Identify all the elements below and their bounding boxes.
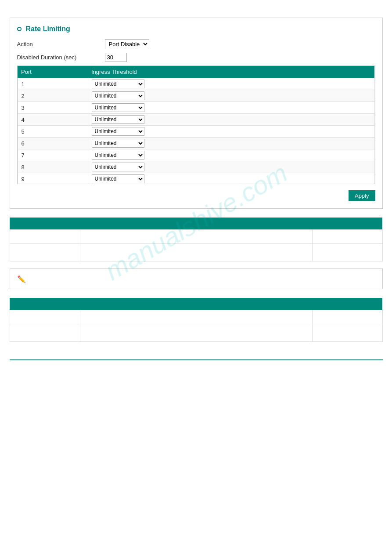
sec-table-1-col1 xyxy=(10,218,80,230)
threshold-select-port-9[interactable]: Unlimited512 kbps1 Mbps2 Mbps4 Mbps8 Mbp… xyxy=(92,174,144,183)
apply-button[interactable]: Apply xyxy=(349,190,375,201)
table-row xyxy=(10,310,382,324)
sec-table-1-col3 xyxy=(312,218,382,230)
port-cell-3: 3 xyxy=(18,102,88,114)
sec-t1-r1-c2 xyxy=(80,230,312,244)
bottom-line xyxy=(10,359,383,360)
port-cell-7: 7 xyxy=(18,149,88,161)
col-port-header: Port xyxy=(18,66,88,78)
port-cell-8: 8 xyxy=(18,161,88,173)
sec-table-2-col1 xyxy=(10,298,80,310)
table-row xyxy=(10,324,382,342)
threshold-cell-3: Unlimited512 kbps1 Mbps2 Mbps4 Mbps8 Mbp… xyxy=(88,102,374,114)
threshold-select-port-1[interactable]: Unlimited512 kbps1 Mbps2 Mbps4 Mbps8 Mbp… xyxy=(92,80,144,88)
port-cell-6: 6 xyxy=(18,138,88,149)
table-row xyxy=(10,244,382,261)
note-box: ✏️ xyxy=(10,268,383,289)
sec-t2-r1-c3 xyxy=(312,310,382,324)
sec-t2-r2-c3 xyxy=(312,324,382,342)
note-text xyxy=(30,274,32,281)
port-cell-1: 1 xyxy=(18,78,88,90)
threshold-select-port-4[interactable]: Unlimited512 kbps1 Mbps2 Mbps4 Mbps8 Mbp… xyxy=(92,115,144,124)
port-cell-2: 2 xyxy=(18,90,88,102)
sec-t1-r2-c1 xyxy=(10,244,80,261)
panel-title: Rate Limiting xyxy=(17,25,375,33)
panel-title-text: Rate Limiting xyxy=(26,25,70,33)
duration-row: Disabled Duration (sec) xyxy=(17,53,375,62)
col-ingress-header: Ingress Threshold xyxy=(88,66,374,78)
threshold-select-port-6[interactable]: Unlimited512 kbps1 Mbps2 Mbps4 Mbps8 Mbp… xyxy=(92,139,144,148)
sec-table-2-header-row xyxy=(10,298,382,310)
threshold-select-port-3[interactable]: Unlimited512 kbps1 Mbps2 Mbps4 Mbps8 Mbp… xyxy=(92,103,144,112)
sec-table-2-col2 xyxy=(80,298,312,310)
action-row: Action Port Disable Drop xyxy=(17,39,375,49)
table-row: 9Unlimited512 kbps1 Mbps2 Mbps4 Mbps8 Mb… xyxy=(18,173,374,185)
table-row: 2Unlimited512 kbps1 Mbps2 Mbps4 Mbps8 Mb… xyxy=(18,90,374,102)
threshold-select-port-7[interactable]: Unlimited512 kbps1 Mbps2 Mbps4 Mbps8 Mbp… xyxy=(92,151,144,160)
port-cell-9: 9 xyxy=(18,173,88,185)
table-scroll-wrapper: Port Ingress Threshold 1Unlimited512 kbp… xyxy=(17,65,375,184)
secondary-table-2-wrapper xyxy=(10,298,383,342)
apply-row: Apply xyxy=(17,189,375,201)
duration-label: Disabled Duration (sec) xyxy=(17,54,105,61)
rate-limiting-panel: Rate Limiting Action Port Disable Drop D… xyxy=(10,18,383,209)
port-cell-5: 5 xyxy=(18,126,88,138)
secondary-table-1-wrapper xyxy=(10,218,383,261)
action-label: Action xyxy=(17,41,105,47)
threshold-cell-7: Unlimited512 kbps1 Mbps2 Mbps4 Mbps8 Mbp… xyxy=(88,149,374,161)
threshold-cell-1: Unlimited512 kbps1 Mbps2 Mbps4 Mbps8 Mbp… xyxy=(88,78,374,90)
action-select[interactable]: Port Disable Drop xyxy=(105,39,149,49)
sec-t1-r1-c1 xyxy=(10,230,80,244)
threshold-select-port-5[interactable]: Unlimited512 kbps1 Mbps2 Mbps4 Mbps8 Mbp… xyxy=(92,127,144,136)
sec-table-1-header-row xyxy=(10,218,382,230)
table-row: 5Unlimited512 kbps1 Mbps2 Mbps4 Mbps8 Mb… xyxy=(18,126,374,138)
title-dots-icon xyxy=(17,27,22,31)
duration-input[interactable] xyxy=(105,53,127,62)
threshold-select-port-2[interactable]: Unlimited512 kbps1 Mbps2 Mbps4 Mbps8 Mbp… xyxy=(92,91,144,100)
threshold-cell-8: Unlimited512 kbps1 Mbps2 Mbps4 Mbps8 Mbp… xyxy=(88,161,374,173)
sec-t2-r1-c1 xyxy=(10,310,80,324)
table-row: 1Unlimited512 kbps1 Mbps2 Mbps4 Mbps8 Mb… xyxy=(18,78,374,90)
threshold-cell-4: Unlimited512 kbps1 Mbps2 Mbps4 Mbps8 Mbp… xyxy=(88,114,374,126)
threshold-cell-6: Unlimited512 kbps1 Mbps2 Mbps4 Mbps8 Mbp… xyxy=(88,138,374,149)
table-row: 7Unlimited512 kbps1 Mbps2 Mbps4 Mbps8 Mb… xyxy=(18,149,374,161)
port-table-body: 1Unlimited512 kbps1 Mbps2 Mbps4 Mbps8 Mb… xyxy=(18,78,374,185)
table-row: 8Unlimited512 kbps1 Mbps2 Mbps4 Mbps8 Mb… xyxy=(18,161,374,173)
threshold-cell-2: Unlimited512 kbps1 Mbps2 Mbps4 Mbps8 Mbp… xyxy=(88,90,374,102)
sec-t2-r2-c2 xyxy=(80,324,312,342)
sec-t1-r1-c3 xyxy=(312,230,382,244)
sec-t1-r2-c2 xyxy=(80,244,312,261)
threshold-select-port-8[interactable]: Unlimited512 kbps1 Mbps2 Mbps4 Mbps8 Mbp… xyxy=(92,163,144,171)
sec-table-1-col2 xyxy=(80,218,312,230)
table-header-row: Port Ingress Threshold xyxy=(18,66,374,78)
port-table: Port Ingress Threshold 1Unlimited512 kbp… xyxy=(18,66,375,184)
secondary-table-1 xyxy=(10,218,383,261)
sec-t2-r1-c2 xyxy=(80,310,312,324)
sec-t1-r2-c3 xyxy=(312,244,382,261)
threshold-cell-5: Unlimited512 kbps1 Mbps2 Mbps4 Mbps8 Mbp… xyxy=(88,126,374,138)
table-row: 4Unlimited512 kbps1 Mbps2 Mbps4 Mbps8 Mb… xyxy=(18,114,374,126)
secondary-table-2 xyxy=(10,298,383,342)
port-cell-4: 4 xyxy=(18,114,88,126)
page-wrapper: Rate Limiting Action Port Disable Drop D… xyxy=(10,9,383,369)
sec-table-2-col3 xyxy=(312,298,382,310)
table-row xyxy=(10,230,382,244)
pencil-icon: ✏️ xyxy=(17,275,26,283)
sec-t2-r2-c1 xyxy=(10,324,80,342)
table-row: 3Unlimited512 kbps1 Mbps2 Mbps4 Mbps8 Mb… xyxy=(18,102,374,114)
threshold-cell-9: Unlimited512 kbps1 Mbps2 Mbps4 Mbps8 Mbp… xyxy=(88,173,374,185)
table-row: 6Unlimited512 kbps1 Mbps2 Mbps4 Mbps8 Mb… xyxy=(18,138,374,149)
